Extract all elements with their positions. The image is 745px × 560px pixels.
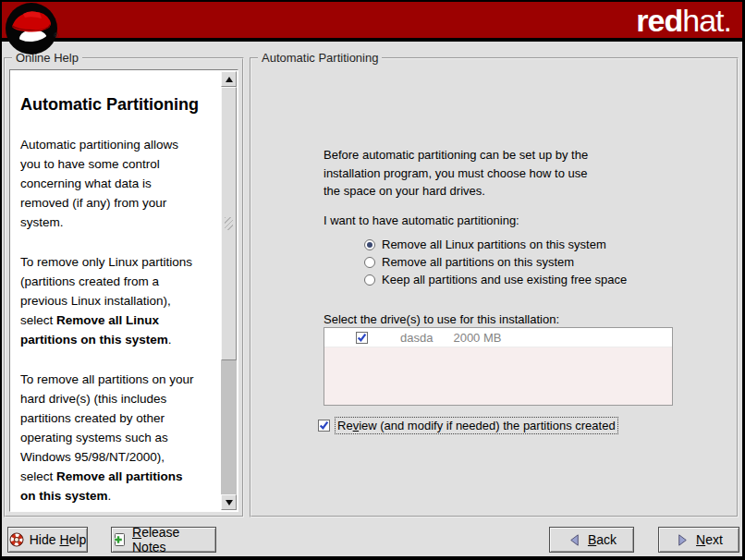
radio-selected-icon[interactable] xyxy=(364,239,375,250)
hide-help-mnemonic: H xyxy=(59,532,68,547)
automatic-partitioning-frame-label: Automatic Partitioning xyxy=(258,51,382,65)
drives-label: Select the drive(s) to use for this inst… xyxy=(324,312,559,326)
review-label-post: iew (and modify if needed) the partition… xyxy=(359,419,616,432)
drive-row[interactable]: dasda2000 MB xyxy=(324,328,672,347)
back-post: ack xyxy=(596,532,617,547)
radio-option[interactable]: Remove all Linux partitions on this syst… xyxy=(364,236,627,253)
wordmark-period: . xyxy=(724,3,731,38)
radio-option[interactable]: Keep all partitions and use existing fre… xyxy=(364,271,627,288)
scroll-up-icon xyxy=(226,77,233,82)
registered-trademark: ® xyxy=(54,32,58,39)
help-paragraph: To remove only Linux partitions (partiti… xyxy=(20,252,218,349)
help-content: Automatic Partitioning Automatic partiti… xyxy=(11,71,220,510)
radio-option-label: Remove all partitions on this system xyxy=(382,255,574,269)
back-label: Back xyxy=(588,532,617,547)
hide-help-post: elp xyxy=(69,532,87,547)
next-arrow-icon xyxy=(675,532,690,548)
checkmark-icon xyxy=(357,333,367,343)
radio-unselected-icon[interactable] xyxy=(364,274,375,286)
release-notes-label: Release Notes xyxy=(132,525,215,554)
help-paragraphs: Automatic partitioning allows you to hav… xyxy=(20,135,218,510)
review-label-pre: Re xyxy=(337,419,353,432)
window-body: redhat. ® Online Help Automatic Partitio… xyxy=(2,2,742,556)
review-checkbox[interactable] xyxy=(318,420,330,432)
back-mnemonic: B xyxy=(588,532,596,547)
drive-list[interactable]: dasda2000 MB xyxy=(324,327,673,406)
help-paragraph: To remove all partitions on your hard dr… xyxy=(20,370,218,505)
review-checkbox-label[interactable]: Review (and modify if needed) the partit… xyxy=(335,417,618,434)
radio-option[interactable]: Remove all partitions on this system xyxy=(364,253,627,271)
next-button[interactable]: Next xyxy=(658,527,739,553)
intro-text: Before automatic partitioning can be set… xyxy=(324,146,666,201)
radio-group: Remove all Linux partitions on this syst… xyxy=(364,236,627,288)
online-help-frame: Online Help Automatic Partitioning Autom… xyxy=(4,57,244,517)
radio-option-label: Remove all Linux partitions on this syst… xyxy=(382,237,606,251)
wordmark-red: red xyxy=(636,3,682,38)
scrollbar-grip-icon xyxy=(225,217,233,230)
radio-unselected-icon[interactable] xyxy=(364,257,375,268)
help-viewer: Automatic Partitioning Automatic partiti… xyxy=(9,69,238,512)
drive-name: dasda xyxy=(400,331,433,345)
back-button[interactable]: Back xyxy=(549,527,634,553)
scrollbar-thumb[interactable] xyxy=(221,87,237,360)
radio-option-label: Keep all partitions and use existing fre… xyxy=(382,273,627,286)
drive-size: 2000 MB xyxy=(453,331,501,345)
drive-checkbox[interactable] xyxy=(356,332,368,344)
release-notes-mnemonic: R xyxy=(132,525,141,540)
next-label: Next xyxy=(696,532,723,547)
release-notes-button[interactable]: Release Notes xyxy=(111,527,216,553)
next-mnemonic: N xyxy=(696,532,705,547)
hide-help-label: Hide Help xyxy=(30,532,87,547)
redhat-banner: redhat. xyxy=(2,2,742,42)
back-arrow-icon xyxy=(567,532,582,548)
release-notes-icon xyxy=(112,532,127,547)
redhat-shadowman-logo-icon xyxy=(5,2,58,55)
next-post: ext xyxy=(705,532,723,547)
scroll-down-button[interactable] xyxy=(221,494,237,510)
hide-help-button[interactable]: Hide Help xyxy=(7,527,88,553)
wordmark-hat: hat xyxy=(682,3,723,38)
scroll-up-button[interactable] xyxy=(221,71,237,87)
scroll-down-icon xyxy=(226,500,233,505)
hide-help-pre: Hide xyxy=(30,532,60,547)
help-paragraph: Automatic partitioning allows you to hav… xyxy=(20,135,218,232)
help-scrollbar[interactable] xyxy=(221,71,237,510)
partitioning-prompt: I want to have automatic partitioning: xyxy=(324,213,519,227)
installer-window: redhat. ® Online Help Automatic Partitio… xyxy=(0,0,745,560)
review-checkbox-row[interactable]: Review (and modify if needed) the partit… xyxy=(318,417,618,434)
life-preserver-icon xyxy=(9,532,24,547)
help-heading: Automatic Partitioning xyxy=(20,95,218,115)
checkmark-icon xyxy=(319,420,329,431)
redhat-wordmark: redhat. xyxy=(636,3,731,39)
automatic-partitioning-frame: Automatic Partitioning Before automatic … xyxy=(250,57,739,517)
